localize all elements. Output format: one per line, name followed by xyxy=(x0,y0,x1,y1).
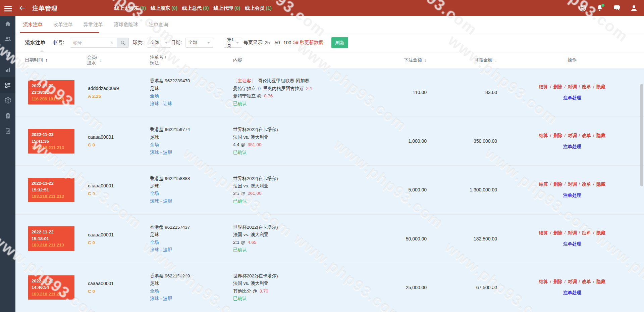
nav-online-agent[interactable]: 线上代理(0) xyxy=(214,5,240,11)
collapse-caret-icon[interactable] xyxy=(40,50,44,52)
date-select[interactable]: 全部 xyxy=(185,38,213,48)
sidebar-item-users[interactable] xyxy=(0,32,15,47)
sidebar-item-statistics[interactable] xyxy=(0,62,15,78)
bet-scope-link[interactable]: 全场 xyxy=(150,287,218,295)
col-header-datetime[interactable]: 日期时间 xyxy=(25,57,43,63)
bet-number: 香港盘 9622159774 xyxy=(150,126,218,133)
sort-descending-icon[interactable]: ↓ xyxy=(495,57,497,63)
action-delete[interactable]: 删除 xyxy=(553,230,562,236)
user-profile-icon[interactable] xyxy=(630,4,638,12)
sidebar-item-home[interactable] xyxy=(0,16,15,32)
bet-scope-link[interactable]: 全场 xyxy=(150,141,218,148)
search-icon[interactable] xyxy=(579,4,587,12)
action-hide[interactable]: 隐藏 xyxy=(596,133,605,139)
notifications-bell-icon[interactable] xyxy=(596,4,604,12)
content-lines: 〔主让客〕哥伦比亚甲组联赛-附加赛曼特宁独立0里奥内格罗阿古拉斯2:1曼特宁独立… xyxy=(218,68,369,117)
bet-scope-link[interactable]: 全场 xyxy=(150,239,218,246)
col-header-member[interactable]: 会员/退水 xyxy=(87,54,97,66)
process-order-link[interactable]: 注单处理 xyxy=(563,144,581,150)
action-settle[interactable]: 结算 xyxy=(539,84,548,90)
sidebar-item-reports[interactable] xyxy=(0,47,15,62)
sidebar-item-clipboard[interactable] xyxy=(0,108,15,124)
bet-play-link[interactable]: 滚球 - 波胆 xyxy=(150,295,218,302)
nav-online-major-shareholder[interactable]: 线上大股东(0) xyxy=(114,5,146,11)
nav-online-general-agent[interactable]: 线上总代(0) xyxy=(182,5,209,11)
tab-running-orders[interactable]: 流水注单 xyxy=(23,21,43,28)
process-order-link[interactable]: 注单处理 xyxy=(563,192,581,198)
process-order-link[interactable]: 注单处理 xyxy=(563,95,581,101)
tab-changed-orders[interactable]: 改单注单 xyxy=(53,21,73,28)
sport-select[interactable]: 全部 xyxy=(147,38,171,48)
search-button[interactable] xyxy=(117,38,129,48)
bet-play-link[interactable]: 滚球 - 波胆 xyxy=(150,246,218,254)
per-page-option-50[interactable]: 50 xyxy=(275,40,280,45)
action-settle[interactable]: 结算 xyxy=(539,181,548,187)
action-modify[interactable]: 改单 xyxy=(582,230,591,236)
content-segment: 世界杯2022(在卡塔尔) xyxy=(233,224,278,231)
action-swap[interactable]: 对调 xyxy=(568,181,577,187)
page-select[interactable]: 第1页 xyxy=(224,38,242,48)
action-delete[interactable]: 删除 xyxy=(553,133,562,139)
hamburger-menu-icon[interactable] xyxy=(4,6,12,13)
refresh-button[interactable]: 刷新 xyxy=(331,37,348,48)
action-hide[interactable]: 隐藏 xyxy=(596,230,605,236)
bet-date: 2022-11-22 xyxy=(32,180,72,187)
action-modify[interactable]: 改单 xyxy=(582,279,591,285)
per-page-option-100[interactable]: 100 xyxy=(283,40,291,45)
action-modify[interactable]: 改单 xyxy=(582,133,591,139)
bet-play-link[interactable]: 滚球 - 波胆 xyxy=(150,197,218,205)
col-header-win-amount[interactable]: 可赢金额 xyxy=(474,57,492,63)
action-modify[interactable]: 改单 xyxy=(582,84,591,90)
content-line: 已确认 xyxy=(233,246,369,254)
action-modify[interactable]: 改单 xyxy=(582,181,591,187)
per-page-option-25[interactable]: 25 xyxy=(265,40,270,45)
messages-chat-icon[interactable] xyxy=(613,4,621,12)
sidebar-item-settings[interactable] xyxy=(0,93,15,108)
nav-online-member[interactable]: 线上会员(1) xyxy=(245,5,272,11)
action-hide[interactable]: 隐藏 xyxy=(596,181,605,187)
action-settle[interactable]: 结算 xyxy=(539,133,548,139)
action-hide[interactable]: 隐藏 xyxy=(596,84,605,90)
action-delete[interactable]: 删除 xyxy=(553,279,562,285)
action-delete[interactable]: 删除 xyxy=(553,181,562,187)
action-hide[interactable]: 隐藏 xyxy=(596,279,605,285)
action-delete[interactable]: 删除 xyxy=(553,84,562,90)
sort-ascending-icon[interactable]: ↑ xyxy=(45,58,48,63)
tab-abnormal-orders[interactable]: 异常注单 xyxy=(84,21,103,28)
win-amount: 83.60 xyxy=(430,68,500,117)
clear-input-icon[interactable]: × xyxy=(110,40,113,45)
action-swap[interactable]: 对调 xyxy=(568,84,577,90)
sidebar-item-edit-log[interactable] xyxy=(0,123,15,139)
sort-descending-icon[interactable]: ↓ xyxy=(100,57,102,63)
process-order-link[interactable]: 注单处理 xyxy=(563,241,581,247)
action-separator: / xyxy=(593,181,594,187)
tab-live-danger-ball[interactable]: 滚球危险球 xyxy=(114,21,138,28)
bet-play-link[interactable]: 滚球 - 波胆 xyxy=(150,149,218,156)
action-swap[interactable]: 对调 xyxy=(568,230,577,236)
action-separator: / xyxy=(550,230,551,236)
action-swap[interactable]: 对调 xyxy=(568,279,577,285)
account-input[interactable] xyxy=(70,38,117,48)
bet-scope-link[interactable]: 全场 xyxy=(150,92,218,100)
sort-descending-icon[interactable]: ↓ xyxy=(424,57,427,63)
action-swap[interactable]: 对调 xyxy=(568,133,577,139)
back-arrow-icon[interactable] xyxy=(18,4,25,13)
process-order-link[interactable]: 注单处理 xyxy=(563,290,581,296)
tab-order-query[interactable]: 注单查询 xyxy=(149,21,168,28)
action-settle[interactable]: 结算 xyxy=(539,230,548,236)
content-line: 其他比分 @3.70 xyxy=(233,287,369,295)
content-segment: 2:1 @ xyxy=(233,239,245,246)
col-header-bet-number: 注单号 /玩法 xyxy=(150,54,166,66)
action-settle[interactable]: 结算 xyxy=(539,279,548,285)
content-segment: 3:3 @ xyxy=(233,190,245,197)
bet-play-link[interactable]: 滚球 - 让球 xyxy=(150,100,218,107)
sidebar-item-bet-orders[interactable] xyxy=(0,77,15,93)
nav-online-shareholder[interactable]: 线上股东(0) xyxy=(151,5,177,11)
action-separator: / xyxy=(579,230,580,236)
bet-scope-link[interactable]: 全场 xyxy=(150,190,218,197)
vertical-scrollbar-thumb[interactable] xyxy=(640,84,643,186)
bet-time-box: 2022-11-22 15:18:01 183.218.211.213 xyxy=(28,226,74,251)
nav-count: (1) xyxy=(266,5,272,11)
table-row: 2022-11-22 23:38:31 116.206.101.158 addd… xyxy=(15,68,644,117)
col-header-bet-amount[interactable]: 下注金额 xyxy=(404,57,422,63)
